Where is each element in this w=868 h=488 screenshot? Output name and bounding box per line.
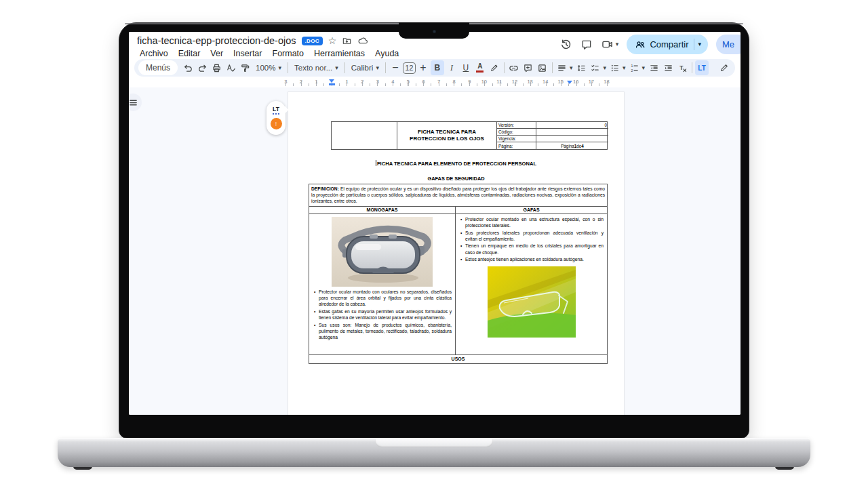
monogafas-bullet-list[interactable]: •Protector ocular montado con oculares n… bbox=[313, 289, 452, 341]
align-caret-icon: ▾ bbox=[570, 65, 573, 71]
editing-mode-button[interactable] bbox=[717, 60, 731, 75]
increase-indent-button[interactable] bbox=[661, 60, 675, 75]
vigencia-value bbox=[536, 136, 608, 142]
monogafas-photo[interactable] bbox=[332, 217, 433, 287]
cloud-status-icon[interactable] bbox=[357, 36, 368, 46]
document-title[interactable]: ficha-tecnica-epp-proteccion-de-ojos bbox=[137, 35, 296, 46]
gafas-bullet-list[interactable]: •Protector ocular montado en una estruct… bbox=[459, 216, 604, 263]
menu-archivo[interactable]: Archivo bbox=[136, 48, 172, 59]
underline-label: U bbox=[463, 63, 469, 73]
menu-formato[interactable]: Formato bbox=[269, 48, 309, 59]
underline-button[interactable]: U bbox=[459, 60, 473, 75]
redo-button[interactable] bbox=[195, 60, 209, 75]
checklist-button[interactable]: ▾ bbox=[589, 60, 608, 75]
line-spacing-button[interactable] bbox=[574, 60, 588, 75]
toolbar-divider bbox=[552, 62, 553, 73]
increase-font-size-button[interactable]: + bbox=[416, 60, 430, 75]
ruler[interactable]: 321123456789101112131415161718 bbox=[129, 78, 741, 87]
languagetool-upgrade-button[interactable]: ↑ bbox=[271, 118, 282, 129]
monogafas-header[interactable]: MONOGAFAS bbox=[309, 207, 456, 214]
share-button[interactable]: Compartir ▾ bbox=[627, 35, 708, 54]
account-button[interactable]: Me bbox=[716, 35, 741, 54]
left-margin-marker[interactable] bbox=[329, 83, 335, 85]
doc-header-table[interactable]: FICHA TECNICA PARA PROTECCION DE LOS OJO… bbox=[331, 121, 608, 150]
menu-editar[interactable]: Editar bbox=[174, 48, 205, 59]
undo-button[interactable] bbox=[181, 60, 195, 75]
document-outline-toggle[interactable] bbox=[129, 94, 142, 111]
pagina-label: Página: bbox=[497, 142, 536, 149]
vigencia-label: Vigencia: bbox=[497, 136, 536, 142]
doc-main-heading[interactable]: FICHA TECNICA PARA ELEMENTO DE PROTECCIO… bbox=[288, 160, 624, 167]
italic-button[interactable]: I bbox=[445, 60, 458, 75]
paint-format-button[interactable] bbox=[238, 60, 252, 75]
list-item[interactable]: •Sus usos son: Manejo de productos quími… bbox=[313, 322, 452, 341]
doc-main-table[interactable]: DEFINICION: El equipo de protección ocul… bbox=[309, 184, 608, 364]
comments-icon[interactable] bbox=[580, 39, 593, 51]
list-item[interactable]: •Estos anteojos tienen aplicaciones en s… bbox=[459, 256, 604, 262]
text-color-button[interactable]: A bbox=[473, 60, 487, 75]
bulleted-list-button[interactable]: ▾ bbox=[608, 60, 627, 75]
monogafas-column[interactable]: •Protector ocular montado con oculares n… bbox=[309, 214, 456, 354]
increase-indent-icon bbox=[663, 63, 673, 73]
spellcheck-button[interactable] bbox=[224, 60, 237, 75]
clear-formatting-icon: T bbox=[677, 63, 688, 73]
laptop-notch bbox=[399, 22, 469, 39]
gafas-column[interactable]: •Protector ocular montado en una estruct… bbox=[456, 214, 607, 354]
star-icon[interactable]: ☆ bbox=[328, 36, 337, 45]
clear-formatting-button[interactable]: T bbox=[675, 60, 689, 75]
align-button[interactable]: ▾ bbox=[555, 60, 574, 75]
up-arrow-icon: ↑ bbox=[275, 120, 278, 127]
list-item[interactable]: •Sus protectores laterales proporcionan … bbox=[459, 230, 604, 242]
indent-marker[interactable] bbox=[329, 79, 334, 83]
print-button[interactable] bbox=[210, 60, 223, 75]
gafas-header[interactable]: GAFAS bbox=[456, 207, 607, 214]
menu-ayuda[interactable]: Ayuda bbox=[371, 48, 403, 59]
decrease-font-size-button[interactable]: − bbox=[389, 60, 402, 75]
add-comment-button[interactable] bbox=[521, 60, 535, 75]
paragraph-style-select[interactable]: Texto nor... ▾ bbox=[291, 60, 342, 75]
list-item[interactable]: •Tienen un empaque en medio de los crist… bbox=[459, 243, 604, 255]
menus-toggle-button[interactable]: Menús bbox=[138, 60, 178, 75]
menu-bar: Archivo Editar Ver Insertar Formato Herr… bbox=[136, 48, 403, 59]
document-page[interactable]: FICHA TECNICA PARA PROTECCION DE LOS OJO… bbox=[288, 92, 624, 415]
zoom-select[interactable]: 100% ▾ bbox=[252, 60, 285, 75]
numbered-list-button[interactable]: 12 ▾ bbox=[628, 60, 647, 75]
toolbar: Menús 100% ▾ Texto nor... bbox=[134, 59, 735, 77]
insert-image-button[interactable] bbox=[536, 60, 549, 75]
move-folder-icon[interactable] bbox=[342, 36, 352, 46]
outline-icon bbox=[129, 98, 138, 107]
font-size-input[interactable]: 12 bbox=[403, 62, 416, 74]
languagetool-button[interactable]: LT bbox=[695, 60, 709, 75]
menu-herramientas[interactable]: Herramientas bbox=[310, 48, 369, 59]
definition-row[interactable]: DEFINICION: El equipo de protección ocul… bbox=[309, 184, 607, 207]
definition-text: El equipo de protección ocular y es un d… bbox=[311, 186, 605, 203]
gafas-photo[interactable] bbox=[488, 266, 576, 338]
usos-row[interactable]: USOS bbox=[309, 355, 607, 363]
codigo-label: Código: bbox=[497, 129, 536, 136]
toolbar-divider bbox=[504, 62, 505, 73]
highlight-color-button[interactable] bbox=[488, 60, 501, 75]
share-caret-icon[interactable]: ▾ bbox=[698, 41, 701, 47]
ruler-number: 15 bbox=[558, 79, 564, 85]
list-item[interactable]: •Protector ocular montado en una estruct… bbox=[459, 216, 604, 228]
text-color-icon: A bbox=[476, 63, 484, 73]
menu-ver[interactable]: Ver bbox=[206, 48, 227, 59]
right-margin-marker[interactable] bbox=[567, 81, 572, 84]
bullet-marker: • bbox=[459, 243, 465, 255]
share-button-label: Compartir bbox=[650, 39, 688, 49]
version-label: Versión: bbox=[497, 122, 536, 129]
insert-link-button[interactable] bbox=[507, 60, 521, 75]
doc-sub-heading[interactable]: GAFAS DE SEGURIDAD bbox=[288, 176, 624, 182]
list-item[interactable]: •Protector ocular montado con oculares n… bbox=[313, 289, 452, 308]
numbered-list-caret-icon: ▾ bbox=[642, 65, 646, 71]
languagetool-widget[interactable]: LT ↑ bbox=[267, 101, 285, 135]
ruler-number: 14 bbox=[542, 79, 548, 85]
svg-text:T: T bbox=[679, 64, 684, 70]
meet-video-button[interactable]: ▾ bbox=[601, 38, 619, 51]
bold-button[interactable]: B bbox=[431, 60, 444, 75]
decrease-indent-button[interactable] bbox=[647, 60, 660, 75]
list-item[interactable]: •Estas gafas en su mayoría permiten usar… bbox=[313, 308, 452, 321]
font-select[interactable]: Calibri ▾ bbox=[348, 60, 382, 75]
menu-insertar[interactable]: Insertar bbox=[229, 48, 266, 59]
version-history-icon[interactable] bbox=[559, 38, 572, 51]
